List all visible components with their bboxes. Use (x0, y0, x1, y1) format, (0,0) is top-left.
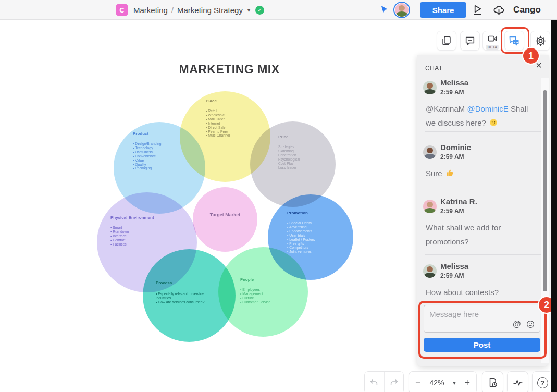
avatar-melissa (423, 264, 437, 278)
message-divider (425, 189, 541, 189)
version-history-button[interactable] (487, 372, 499, 392)
zoom-in-button[interactable]: + (464, 377, 470, 388)
redo-button[interactable] (384, 372, 403, 392)
version-history-group (482, 371, 503, 392)
message-text: What shall we add for promotions? (426, 220, 537, 249)
chat-scrollbar-thumb[interactable] (543, 90, 547, 291)
emoji-picker-icon[interactable] (526, 320, 535, 329)
message-text: Sure (426, 166, 537, 180)
saved-check-icon: ✓ (255, 6, 264, 15)
message-timestamp: 2:59 AM (440, 207, 464, 215)
smiley-emoji-icon (489, 118, 498, 127)
venn-text-target-market: Target Market (209, 212, 241, 218)
avatar-dominic (423, 145, 437, 159)
message-text: @KatrinaM @DominicE Shall we discuss her… (426, 102, 537, 130)
gear-icon (535, 35, 547, 47)
venn-text-promotion: Promotion Special Offers Advertising End… (287, 211, 339, 254)
document-history-icon (487, 377, 499, 388)
avatar-katrina (423, 200, 437, 213)
thumbs-up-emoji-icon (445, 168, 454, 177)
activity-group (507, 371, 528, 392)
zoom-out-button[interactable]: − (415, 377, 421, 388)
question-mark-icon: ? (537, 377, 548, 388)
pointer-mode-icon[interactable] (380, 5, 389, 16)
chat-panel: CHAT × Melissa 2:59 AM @KatrinaM @Domini… (417, 55, 549, 366)
comments-button[interactable] (460, 31, 480, 51)
beta-badge: BETA (486, 45, 499, 50)
venn-text-price: Price Strategies: Skimming Penetration P… (278, 134, 320, 169)
pages-button[interactable] (437, 31, 456, 51)
venn-text-process: Process Especially relevant to service i… (156, 280, 214, 304)
message-author: Katrina R. (440, 197, 477, 206)
message-timestamp: 2:59 AM (440, 89, 464, 96)
chat-panel-title: CHAT (425, 65, 443, 72)
venn-text-people: People Employees Management Culture Cust… (240, 277, 287, 304)
breadcrumb: Marketing / Marketing Strategy ▾ ✓ (133, 0, 264, 20)
zoom-controls: − 42% ▾ + (409, 371, 477, 392)
venn-text-place: Place Retail Wholesale Mail Order Intern… (206, 99, 250, 138)
user-avatar-image (395, 3, 409, 17)
avatar-melissa (423, 81, 437, 94)
pages-icon (441, 35, 452, 46)
chat-input-box: @ (424, 305, 540, 333)
venn-circle-target-market[interactable] (193, 187, 257, 252)
top-bar: C Marketing / Marketing Strategy ▾ ✓ Sha… (0, 0, 557, 20)
document-menu-caret-icon[interactable]: ▾ (247, 7, 250, 13)
chat-button[interactable] (504, 31, 524, 51)
help-group: ? (532, 371, 553, 392)
activity-button[interactable] (512, 372, 524, 392)
chat-icon (508, 34, 521, 47)
mention-at-icon[interactable]: @ (513, 320, 521, 328)
message-timestamp: 2:59 AM (440, 272, 464, 279)
message-author: Melissa (440, 262, 468, 271)
help-button[interactable]: ? (537, 372, 548, 392)
present-button[interactable] (472, 4, 484, 17)
app-window: C Marketing / Marketing Strategy ▾ ✓ Sha… (0, 0, 557, 392)
account-menu[interactable]: Cango (513, 5, 541, 15)
breadcrumb-separator: / (171, 6, 174, 15)
share-button[interactable]: Share (420, 2, 466, 18)
undo-button[interactable] (365, 372, 384, 392)
video-camera-icon (487, 33, 498, 45)
video-call-button[interactable]: BETA (482, 31, 502, 51)
pulse-icon (512, 377, 524, 388)
post-button[interactable]: Post (424, 338, 540, 352)
chat-scrollbar-track[interactable] (541, 78, 549, 363)
venn-text-product: Product Design/Branding Technology Usefu… (133, 131, 182, 170)
annotation-badge-1: 1 (522, 47, 540, 65)
comment-icon (464, 35, 476, 46)
redo-icon (389, 377, 399, 388)
undo-icon (369, 377, 379, 388)
message-text: How about contests? (426, 285, 537, 299)
breadcrumb-folder[interactable]: Marketing (133, 6, 168, 15)
breadcrumb-document[interactable]: Marketing Strategy (177, 6, 243, 15)
message-author: Melissa (440, 78, 468, 87)
mention-link[interactable]: @DominicE (467, 104, 508, 113)
message-divider (425, 131, 541, 132)
zoom-level[interactable]: 42% (429, 378, 444, 387)
message-timestamp: 2:59 AM (440, 153, 464, 161)
message-divider (425, 254, 541, 255)
screen-edge-strip (551, 20, 557, 392)
zoom-menu-caret-icon[interactable]: ▾ (453, 380, 455, 386)
diagram-title: MARKETING MIX (156, 63, 302, 77)
app-logo[interactable]: C (116, 4, 128, 16)
user-avatar[interactable] (393, 2, 410, 18)
venn-text-physical-environment: Physical Environment Smart Run-down Inte… (110, 215, 168, 247)
cloud-export-button[interactable] (492, 4, 505, 18)
message-author: Dominic (440, 143, 471, 152)
undo-redo-group (364, 371, 404, 392)
